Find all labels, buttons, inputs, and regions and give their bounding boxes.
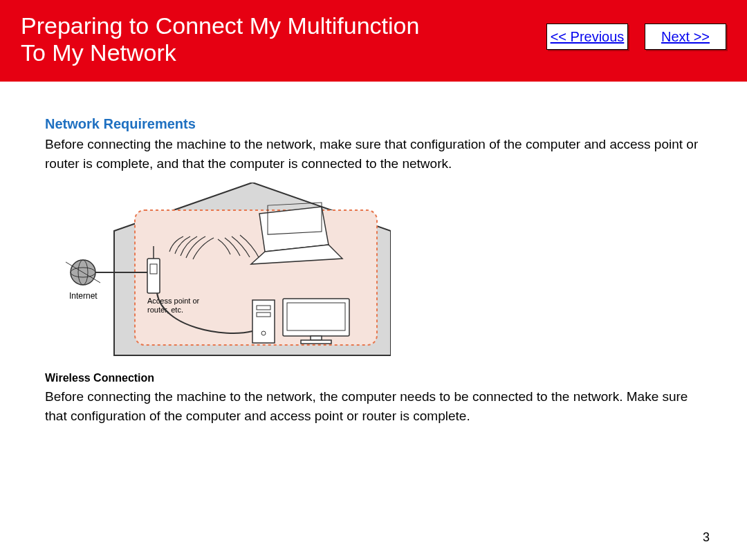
- title-line-1: Preparing to Connect My Multifunction: [21, 12, 419, 39]
- next-label: Next >>: [661, 29, 710, 45]
- page-title: Preparing to Connect My Multifunction To…: [21, 12, 419, 66]
- svg-rect-15: [301, 340, 331, 344]
- previous-button[interactable]: << Previous: [546, 24, 628, 50]
- network-diagram: Internet Access point or router, etc.: [45, 183, 706, 362]
- page-number: 3: [703, 530, 710, 545]
- intro-text: Before connecting the machine to the net…: [45, 135, 706, 173]
- nav-buttons: << Previous Next >>: [546, 24, 726, 50]
- router-label-line1: Access point or: [147, 297, 200, 305]
- page: Preparing to Connect My Multifunction To…: [0, 0, 747, 560]
- content-area: Network Requirements Before connecting t…: [0, 82, 747, 425]
- svg-rect-8: [252, 300, 275, 343]
- section-heading: Network Requirements: [45, 116, 706, 132]
- wireless-text: Before connecting the machine to the net…: [45, 387, 706, 425]
- next-button[interactable]: Next >>: [645, 24, 726, 50]
- internet-label: Internet: [69, 291, 98, 301]
- diagram-svg: Internet Access point or router, etc.: [45, 183, 391, 362]
- internet-icon: [66, 260, 100, 285]
- svg-rect-14: [311, 336, 322, 340]
- previous-label: << Previous: [551, 29, 625, 45]
- desktop-tower-icon: [252, 300, 275, 343]
- wireless-subheading: Wireless Connection: [45, 372, 706, 384]
- title-line-2: To My Network: [21, 39, 176, 66]
- header-band: Preparing to Connect My Multifunction To…: [0, 0, 747, 82]
